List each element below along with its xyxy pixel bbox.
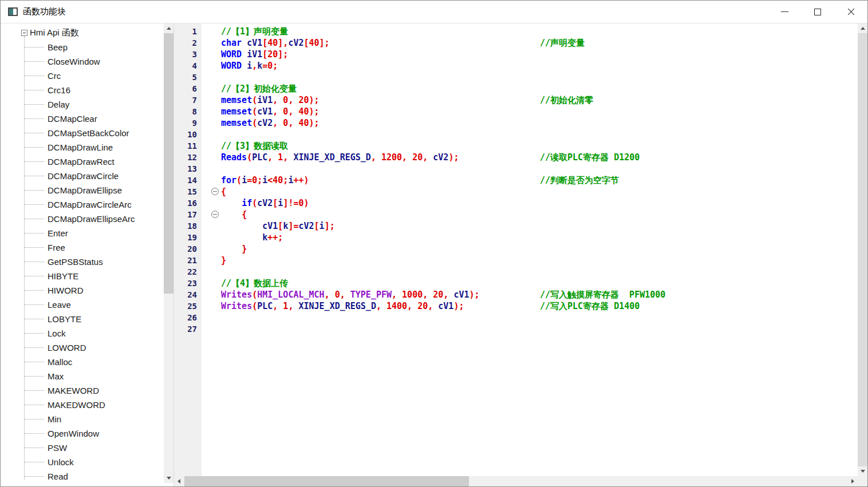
code-line[interactable]: 13 [174,163,858,175]
code-token [221,244,242,254]
tree-item-Crc16[interactable]: Crc16 [1,83,163,97]
tree-item-GetPSBStatus[interactable]: GetPSBStatus [1,255,163,269]
tree-item-Lock[interactable]: Lock [1,326,163,340]
editor-vscrollbar-thumb[interactable] [858,33,867,466]
tree-item-label: DCMapDrawLine [48,142,113,152]
sidebar-scrollbar-thumb[interactable] [164,33,173,294]
code-line[interactable]: 21} [174,255,858,266]
tree-item-Leave[interactable]: Leave [1,298,163,312]
code-line[interactable]: 15{ [174,186,858,197]
code-line[interactable]: 17 { [174,209,858,220]
code-line[interactable]: 11//【3】数据读取 [174,140,858,152]
tree-item-DCMapDrawLine[interactable]: DCMapDrawLine [1,140,163,155]
code-line[interactable]: 10 [174,129,858,140]
scroll-right-button[interactable] [848,476,858,486]
line-number: 4 [174,60,202,72]
code-line[interactable]: 12Reads(PLC, 1, XINJE_XD_REGS_D, 1200, 2… [174,152,858,163]
tree-item-Crc[interactable]: Crc [1,69,163,83]
sidebar-scrollbar[interactable] [164,23,173,483]
code-text: memset(cV2, 0, 40); [221,117,858,129]
code-area[interactable]: 1//【1】声明变量2char cV1[40],cV2[40];//声明变量3W… [174,23,858,476]
tree-item-LOBYTE[interactable]: LOBYTE [1,312,163,326]
code-line[interactable]: 25Writes(PLC, 1, XINJE_XD_REGS_D, 1400, … [174,300,858,312]
tree-connector [25,448,44,448]
tree-item-DCMapDrawEllipse[interactable]: DCMapDrawEllipse [1,183,163,197]
code-line[interactable]: 2char cV1[40],cV2[40];//声明变量 [174,37,858,49]
code-line[interactable]: 23//【4】数据上传 [174,278,858,289]
tree-item-Malloc[interactable]: Malloc [1,355,163,369]
tree-item-label: DCMapDrawEllipseArc [48,214,135,224]
tree-item-Free[interactable]: Free [1,240,163,255]
fold-collapse-icon[interactable] [211,188,219,195]
tree-item-DCMapSetBackColor[interactable]: DCMapSetBackColor [1,126,163,140]
code-line[interactable]: 20 } [174,243,858,255]
tree-connector [25,190,44,191]
tree-item-CloseWindow[interactable]: CloseWindow [1,54,163,69]
tree-item-DCMapDrawEllipseArc[interactable]: DCMapDrawEllipseArc [1,212,163,226]
tree-item-DCMapDrawRect[interactable]: DCMapDrawRect [1,155,163,169]
code-line[interactable]: 5 [174,72,858,83]
scroll-up-button[interactable] [858,23,867,33]
code-text: } [221,255,858,266]
code-line[interactable]: 4WORD i,k=0; [174,60,858,72]
editor-vertical-scrollbar[interactable] [858,23,867,476]
tree-item-Delay[interactable]: Delay [1,97,163,112]
code-line[interactable]: 9memset(cV2, 0, 40); [174,117,858,129]
tree-item-PSW[interactable]: PSW [1,441,163,455]
tree-item-OpenWindow[interactable]: OpenWindow [1,426,163,441]
line-number: 9 [174,117,202,129]
tree-item-Beep[interactable]: Beep [1,40,163,54]
tree-connector [25,118,44,119]
tree-item-Max[interactable]: Max [1,369,163,383]
tree-connector [25,304,44,305]
tree-item-Enter[interactable]: Enter [1,226,163,240]
editor-hscrollbar-thumb[interactable] [184,476,469,486]
editor-horizontal-scrollbar[interactable] [174,476,858,486]
code-line[interactable]: 22 [174,266,858,278]
code-line[interactable]: 3WORD iV1[20]; [174,49,858,60]
scroll-left-button[interactable] [174,476,184,486]
fold-margin [202,278,221,289]
tree-item-DCMapDrawCircle[interactable]: DCMapDrawCircle [1,169,163,183]
minimize-button[interactable] [768,1,801,23]
code-line[interactable]: 18 cV1[k]=cV2[i]; [174,220,858,232]
code-line[interactable]: 14for(i=0;i<40;i++)//判断是否为空字节 [174,175,858,186]
code-token: memset [221,95,252,105]
code-line[interactable]: 16 if(cV2[i]!=0) [174,197,858,209]
tree-item-DCMapDrawCircleArc[interactable]: DCMapDrawCircleArc [1,197,163,212]
code-line[interactable]: 1//【1】声明变量 [174,26,858,37]
scroll-down-button[interactable] [858,466,867,476]
scroll-up-button[interactable] [164,23,173,33]
tree-item-HIBYTE[interactable]: HIBYTE [1,269,163,283]
tree-item-MAKEWORD[interactable]: MAKEWORD [1,383,163,398]
maximize-button[interactable] [801,1,834,23]
code-token [242,61,247,71]
tree-item-LOWORD[interactable]: LOWORD [1,340,163,355]
code-token: cV2 [433,152,448,163]
tree-item-Unlock[interactable]: Unlock [1,455,163,469]
tree-item-HIWORD[interactable]: HIWORD [1,283,163,298]
line-number: 11 [174,140,202,152]
scroll-down-button[interactable] [164,473,173,483]
app-icon [8,7,18,16]
code-token [221,198,242,208]
code-line[interactable]: 7memset(iV1, 0, 20);//初始化清零 [174,94,858,106]
fold-collapse-icon[interactable] [211,211,219,218]
window-title: 函数功能块 [23,6,66,17]
code-line[interactable]: 24Writes(HMI_LOCAL_MCH, 0, TYPE_PFW, 100… [174,289,858,300]
tree-item-DCMapClear[interactable]: DCMapClear [1,112,163,126]
code-line[interactable]: 27 [174,323,858,335]
code-line[interactable]: 6//【2】初始化变量 [174,83,858,94]
code-token: ); [448,152,459,163]
tree-root-hmi-api[interactable]: Hmi Api 函数 [1,26,163,40]
collapse-minus-icon[interactable] [21,30,27,36]
tree-item-MAKEDWORD[interactable]: MAKEDWORD [1,398,163,412]
tree-item-Read[interactable]: Read [1,469,163,483]
code-line[interactable]: 26 [174,312,858,323]
scrollbar-corner [858,476,867,486]
tree-connector [25,47,44,47]
close-button[interactable] [834,1,867,23]
code-line[interactable]: 19 k++; [174,232,858,243]
code-line[interactable]: 8memset(cV1, 0, 40); [174,106,858,117]
tree-item-Min[interactable]: Min [1,412,163,426]
